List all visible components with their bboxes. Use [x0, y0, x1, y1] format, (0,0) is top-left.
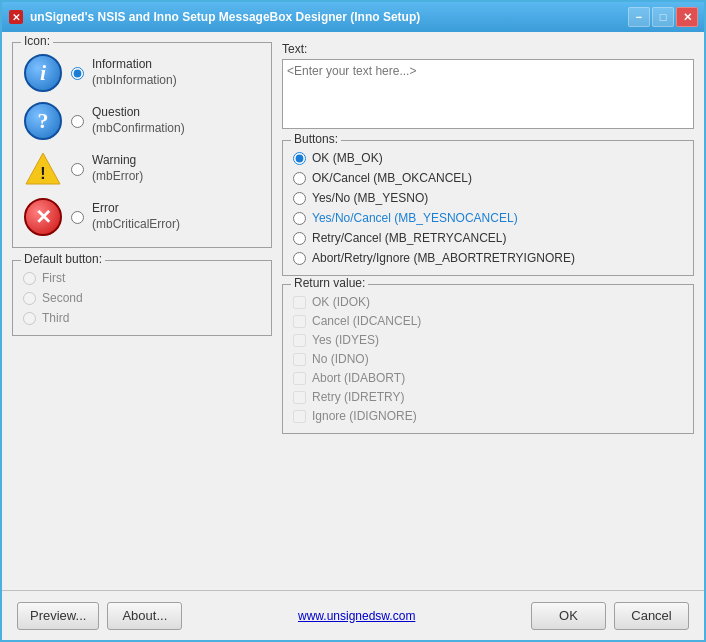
icon-option-warning[interactable]: ! Warning(mbError)	[23, 149, 261, 189]
window-controls: − □ ✕	[628, 7, 698, 27]
error-circle-icon: ✕	[24, 198, 62, 236]
question-icon-image: ?	[23, 101, 63, 141]
return-yes: Yes (IDYES)	[293, 333, 683, 347]
about-button[interactable]: About...	[107, 602, 182, 630]
radio-yesnocancel[interactable]	[293, 212, 306, 225]
checkbox-abort[interactable]	[293, 372, 306, 385]
buttons-group: Buttons: OK (MB_OK) OK/Cancel (MB_OKCANC…	[282, 140, 694, 276]
cancel-button[interactable]: Cancel	[614, 602, 689, 630]
return-ignore-label: Ignore (IDIGNORE)	[312, 409, 417, 423]
return-options: OK (IDOK) Cancel (IDCANCEL) Yes (IDYES) …	[293, 295, 683, 423]
abortretryignore-label: Abort/Retry/Ignore (MB_ABORTRETRYIGNORE)	[312, 251, 575, 265]
minimize-button[interactable]: −	[628, 7, 650, 27]
info-circle-icon: i	[24, 54, 62, 92]
checkbox-ignore[interactable]	[293, 410, 306, 423]
return-cancel: Cancel (IDCANCEL)	[293, 314, 683, 328]
checkbox-ok[interactable]	[293, 296, 306, 309]
warning-triangle-wrapper: !	[24, 150, 62, 188]
yesno-label: Yes/No (MB_YESNO)	[312, 191, 428, 205]
information-icon-image: i	[23, 53, 63, 93]
default-btn-first[interactable]: First	[23, 271, 261, 285]
radio-first[interactable]	[23, 272, 36, 285]
information-label: Information(mbInformation)	[92, 57, 177, 88]
btn-option-abortretryignore[interactable]: Abort/Retry/Ignore (MB_ABORTRETRYIGNORE)	[293, 251, 683, 265]
return-section-label: Return value:	[291, 276, 368, 290]
checkbox-no[interactable]	[293, 353, 306, 366]
close-button[interactable]: ✕	[676, 7, 698, 27]
radio-abortretryignore[interactable]	[293, 252, 306, 265]
icon-section-label: Icon:	[21, 34, 53, 48]
question-circle-icon: ?	[24, 102, 62, 140]
return-no: No (IDNO)	[293, 352, 683, 366]
yesnocancel-label: Yes/No/Cancel (MB_YESNOCANCEL)	[312, 211, 518, 225]
btn-option-yesno[interactable]: Yes/No (MB_YESNO)	[293, 191, 683, 205]
warning-triangle-icon: !	[24, 150, 62, 188]
error-icon-image: ✕	[23, 197, 63, 237]
third-label: Third	[42, 311, 69, 325]
radio-error[interactable]	[71, 211, 84, 224]
btn-option-retrycancel[interactable]: Retry/Cancel (MB_RETRYCANCEL)	[293, 231, 683, 245]
buttons-options: OK (MB_OK) OK/Cancel (MB_OKCANCEL) Yes/N…	[293, 151, 683, 265]
maximize-button[interactable]: □	[652, 7, 674, 27]
return-ignore: Ignore (IDIGNORE)	[293, 409, 683, 423]
text-input[interactable]	[282, 59, 694, 129]
icon-options: i Information(mbInformation) ? Question(…	[23, 53, 261, 237]
website-link[interactable]: www.unsignedsw.com	[190, 609, 523, 623]
default-button-group: Default button: First Second Third	[12, 260, 272, 336]
first-label: First	[42, 271, 65, 285]
return-cancel-label: Cancel (IDCANCEL)	[312, 314, 421, 328]
btn-option-okcancel[interactable]: OK/Cancel (MB_OKCANCEL)	[293, 171, 683, 185]
radio-okcancel[interactable]	[293, 172, 306, 185]
title-bar: ✕ unSigned's NSIS and Inno Setup Message…	[2, 2, 704, 32]
radio-question[interactable]	[71, 115, 84, 128]
icon-option-question[interactable]: ? Question(mbConfirmation)	[23, 101, 261, 141]
icon-group: Icon: i Information(mbInformation) ?	[12, 42, 272, 248]
main-content: Icon: i Information(mbInformation) ?	[2, 32, 704, 590]
left-panel: Icon: i Information(mbInformation) ?	[12, 42, 272, 580]
radio-information[interactable]	[71, 67, 84, 80]
preview-button[interactable]: Preview...	[17, 602, 99, 630]
radio-second[interactable]	[23, 292, 36, 305]
return-abort-label: Abort (IDABORT)	[312, 371, 405, 385]
radio-retrycancel[interactable]	[293, 232, 306, 245]
btn-option-ok[interactable]: OK (MB_OK)	[293, 151, 683, 165]
return-ok-label: OK (IDOK)	[312, 295, 370, 309]
app-icon: ✕	[8, 9, 24, 25]
radio-third[interactable]	[23, 312, 36, 325]
btn-option-yesnocancel[interactable]: Yes/No/Cancel (MB_YESNOCANCEL)	[293, 211, 683, 225]
default-btn-third[interactable]: Third	[23, 311, 261, 325]
text-section-label: Text:	[282, 42, 694, 56]
return-value-group: Return value: OK (IDOK) Cancel (IDCANCEL…	[282, 284, 694, 434]
return-yes-label: Yes (IDYES)	[312, 333, 379, 347]
buttons-section-label: Buttons:	[291, 132, 341, 146]
checkbox-cancel[interactable]	[293, 315, 306, 328]
second-label: Second	[42, 291, 83, 305]
default-button-options: First Second Third	[23, 271, 261, 325]
question-label: Question(mbConfirmation)	[92, 105, 185, 136]
checkbox-yes[interactable]	[293, 334, 306, 347]
warning-label: Warning(mbError)	[92, 153, 143, 184]
window-title: unSigned's NSIS and Inno Setup MessageBo…	[30, 10, 628, 24]
radio-ok[interactable]	[293, 152, 306, 165]
return-no-label: No (IDNO)	[312, 352, 369, 366]
error-label: Error(mbCriticalError)	[92, 201, 180, 232]
radio-yesno[interactable]	[293, 192, 306, 205]
checkbox-retry[interactable]	[293, 391, 306, 404]
text-section: Text:	[282, 42, 694, 132]
icon-option-error[interactable]: ✕ Error(mbCriticalError)	[23, 197, 261, 237]
svg-text:✕: ✕	[12, 12, 20, 23]
default-button-label: Default button:	[21, 252, 105, 266]
return-retry: Retry (IDRETRY)	[293, 390, 683, 404]
bottom-bar: Preview... About... www.unsignedsw.com O…	[2, 590, 704, 640]
right-panel: Text: Buttons: OK (MB_OK) OK/Cancel (MB_…	[282, 42, 694, 580]
icon-option-information[interactable]: i Information(mbInformation)	[23, 53, 261, 93]
ok-button[interactable]: OK	[531, 602, 606, 630]
radio-warning[interactable]	[71, 163, 84, 176]
return-abort: Abort (IDABORT)	[293, 371, 683, 385]
okcancel-label: OK/Cancel (MB_OKCANCEL)	[312, 171, 472, 185]
ok-label: OK (MB_OK)	[312, 151, 383, 165]
return-retry-label: Retry (IDRETRY)	[312, 390, 404, 404]
main-window: ✕ unSigned's NSIS and Inno Setup Message…	[0, 0, 706, 642]
retrycancel-label: Retry/Cancel (MB_RETRYCANCEL)	[312, 231, 507, 245]
default-btn-second[interactable]: Second	[23, 291, 261, 305]
